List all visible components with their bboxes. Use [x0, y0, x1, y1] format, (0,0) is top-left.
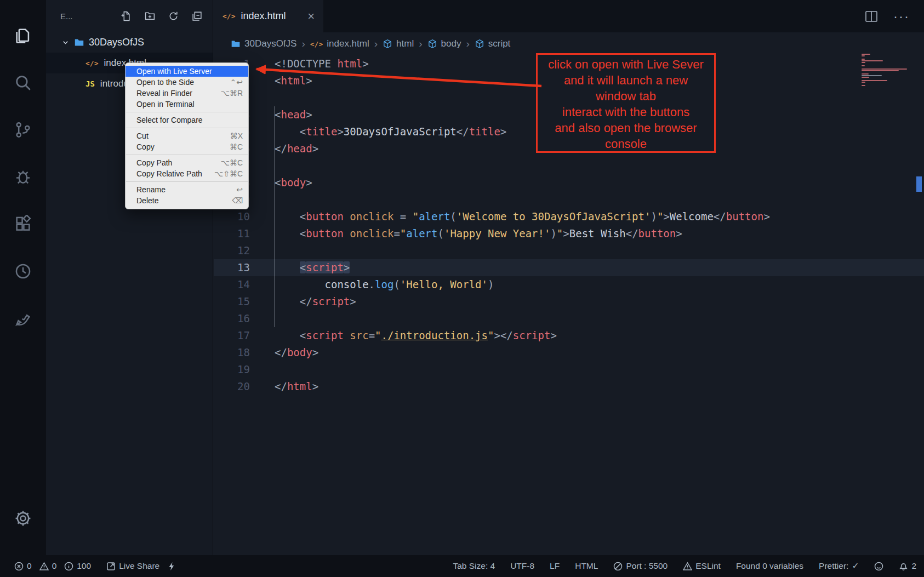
folder-icon — [74, 37, 84, 48]
minimap-line — [862, 78, 912, 79]
prettier-status[interactable]: Prettier: ✓ — [819, 561, 859, 571]
line-number[interactable]: 11 — [214, 225, 250, 242]
minimap-line — [862, 75, 882, 76]
menu-item[interactable]: Copy Relative Path⌥⇧⌘C — [126, 168, 248, 179]
new-file-icon[interactable] — [121, 10, 132, 22]
menu-item[interactable]: Open in Terminal — [126, 99, 248, 110]
extensions-icon[interactable] — [0, 201, 46, 248]
feedback-smiley[interactable] — [874, 562, 883, 571]
breadcrumb-symbol-html[interactable]: html — [383, 38, 414, 49]
line-number[interactable]: 15 — [214, 293, 250, 310]
source-control-icon[interactable] — [0, 106, 46, 153]
breadcrumb-file[interactable]: </> index.html — [310, 38, 369, 49]
code-line[interactable]: 19 — [214, 361, 924, 378]
new-folder-icon[interactable] — [144, 10, 156, 22]
minimap-line — [862, 64, 912, 65]
line-number[interactable]: 12 — [214, 242, 250, 259]
minimap[interactable] — [862, 54, 912, 87]
line-number[interactable]: 17 — [214, 327, 250, 344]
notifications-bell[interactable]: 2 — [899, 561, 916, 571]
menu-item[interactable]: Reveal in Finder⌥⌘R — [126, 88, 248, 99]
minimap-line — [862, 77, 869, 78]
line-number[interactable]: 18 — [214, 344, 250, 361]
breadcrumb-project[interactable]: 30DaysOfJS — [231, 38, 296, 49]
line-number[interactable]: 13 — [214, 259, 250, 276]
code-line[interactable]: 12 — [214, 242, 924, 259]
line-number[interactable]: 14 — [214, 276, 250, 293]
menu-item[interactable]: Cut⌘X — [126, 130, 248, 141]
live-share-icon — [106, 562, 116, 571]
language-mode-indicator[interactable]: HTML — [575, 561, 598, 571]
menu-item[interactable]: Copy⌘C — [126, 141, 248, 152]
encoding-indicator[interactable]: UTF-8 — [510, 561, 534, 571]
warning-icon — [39, 562, 49, 571]
minimap-line — [862, 55, 865, 56]
minimap-line — [862, 59, 865, 60]
problems-warnings[interactable]: 0 — [39, 561, 57, 571]
eslint-status[interactable]: ESLint — [683, 561, 721, 571]
activity-bar — [0, 0, 46, 555]
code-line[interactable]: 14 console.log('Hello, World') — [214, 276, 924, 293]
breadcrumb-separator: › — [301, 38, 305, 50]
minimap-line — [862, 83, 912, 84]
menu-item[interactable]: Select for Compare — [126, 115, 248, 125]
tab-size-indicator[interactable]: Tab Size: 4 — [453, 561, 495, 571]
code-line[interactable]: 10 <button onclick = "alert('Welcome to … — [214, 208, 924, 225]
code-line[interactable]: 13 <script> — [214, 259, 924, 276]
minimap-line — [862, 73, 869, 75]
code-line[interactable]: 20</html> — [214, 378, 924, 395]
collapse-all-icon[interactable] — [191, 10, 203, 22]
breadcrumb-symbol-script[interactable]: script — [475, 38, 511, 49]
menu-item[interactable]: Open with Live Server — [126, 66, 248, 77]
code-line[interactable]: 18</body> — [214, 344, 924, 361]
html-file-icon: </> — [223, 12, 235, 20]
explorer-icon[interactable] — [0, 12, 46, 59]
minimap-line — [862, 72, 912, 73]
code-line[interactable]: 7 — [214, 157, 924, 174]
annotation-box: click on open with Live Sever and it wil… — [536, 53, 716, 153]
eol-indicator[interactable]: LF — [550, 561, 560, 571]
breadcrumb-symbol-body[interactable]: body — [427, 38, 461, 49]
code-line[interactable]: 16 — [214, 310, 924, 327]
check-icon: ✓ — [852, 561, 859, 571]
split-editor-icon[interactable] — [865, 10, 878, 22]
code-line[interactable]: 15 </script> — [214, 293, 924, 310]
run-debug-icon[interactable] — [0, 153, 46, 201]
settings-gear-icon[interactable] — [0, 495, 46, 542]
menu-item[interactable]: Copy Path⌥⌘C — [126, 157, 248, 168]
minimap-line — [862, 82, 865, 83]
menu-item[interactable]: Delete⌫ — [126, 195, 248, 206]
more-actions-icon[interactable]: ··· — [893, 9, 910, 24]
explorer-header-label: E... — [60, 12, 73, 21]
menu-item[interactable]: Open to the Side⌃↩ — [126, 77, 248, 88]
lightning-button[interactable] — [167, 562, 176, 571]
line-number[interactable]: 20 — [214, 378, 250, 395]
html-file-icon: </> — [85, 59, 98, 67]
variables-indicator[interactable]: Found 0 variables — [736, 561, 803, 571]
breadcrumb-separator: › — [419, 38, 422, 50]
code-line[interactable]: 9 — [214, 191, 924, 208]
clock-icon[interactable] — [0, 248, 46, 295]
refresh-icon[interactable] — [168, 10, 179, 22]
live-server-port[interactable]: Port : 5500 — [613, 561, 668, 571]
line-number[interactable]: 16 — [214, 310, 250, 327]
folder-row-30daysofjs[interactable]: 30DaysOfJS — [46, 32, 213, 53]
tab-index-html[interactable]: </> index.html × — [214, 0, 323, 32]
menu-item[interactable]: Rename↩ — [126, 184, 248, 195]
code-line[interactable]: 8<body> — [214, 174, 924, 191]
tab-label: index.html — [241, 10, 286, 22]
info-count[interactable]: 100 — [64, 561, 91, 571]
menu-separator — [126, 112, 248, 112]
pen-icon[interactable] — [0, 295, 46, 342]
overview-ruler-marker — [916, 176, 922, 192]
code-line[interactable]: 17 <script src="./introduction.js"></scr… — [214, 327, 924, 344]
code-line[interactable]: 11 <button onclick="alert('Happy New Yea… — [214, 225, 924, 242]
problems-errors[interactable]: 0 — [14, 561, 32, 571]
line-number[interactable]: 19 — [214, 361, 250, 378]
minimap-line — [862, 60, 883, 61]
search-icon[interactable] — [0, 59, 46, 106]
tab-close-icon[interactable]: × — [307, 10, 315, 22]
minimap-line — [862, 62, 865, 63]
line-number[interactable]: 10 — [214, 208, 250, 225]
live-share-button[interactable]: Live Share — [106, 561, 159, 571]
